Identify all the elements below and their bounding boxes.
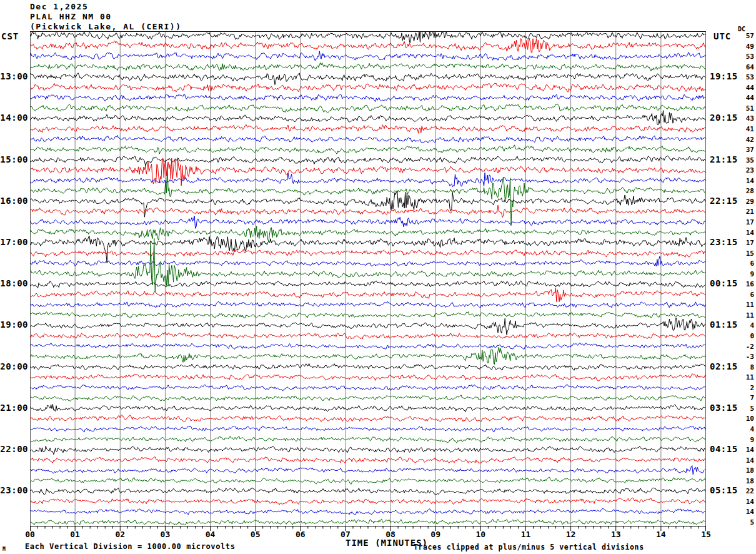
trace-row bbox=[30, 63, 705, 71]
title-date: Dec 1,2025 bbox=[30, 2, 88, 11]
corner-mark: M bbox=[2, 546, 6, 552]
dc-value: 57 bbox=[736, 32, 754, 40]
trace-row bbox=[30, 124, 705, 133]
trace-row bbox=[30, 466, 705, 475]
dc-value: 53 bbox=[736, 73, 754, 81]
dc-value: 17 bbox=[736, 239, 754, 247]
dc-value: 15 bbox=[736, 249, 754, 258]
trace-row bbox=[30, 73, 705, 85]
trace-row bbox=[30, 156, 705, 166]
cst-hour-label: 20:00 bbox=[0, 361, 28, 371]
cst-hour-label: 18:00 bbox=[0, 278, 28, 288]
dc-value: 29 bbox=[736, 198, 754, 206]
vertical-scale-note: Each Vertical Division = 1000.00 microvo… bbox=[25, 542, 235, 551]
trace-row bbox=[30, 363, 705, 370]
dc-value: 5 bbox=[736, 518, 754, 526]
dc-value: 35 bbox=[736, 156, 754, 164]
trace-row bbox=[30, 111, 705, 125]
minute-tick-label: 11 bbox=[516, 530, 535, 539]
cst-hour-label: 14:00 bbox=[0, 113, 28, 123]
trace-row bbox=[30, 31, 705, 43]
dc-value: 4 bbox=[736, 425, 754, 433]
dc-value: 7 bbox=[736, 394, 754, 402]
dc-value: 0 bbox=[736, 332, 754, 340]
trace-row bbox=[30, 164, 705, 226]
dc-value: 14 bbox=[736, 229, 754, 237]
trace-row bbox=[30, 415, 705, 422]
dc-value: 43 bbox=[736, 114, 754, 123]
dc-value: 44 bbox=[736, 84, 754, 92]
dc-value: 22 bbox=[736, 487, 754, 495]
minute-tick-label: 10 bbox=[471, 530, 490, 539]
trace-row bbox=[30, 446, 705, 455]
dc-value: -2 bbox=[736, 343, 754, 351]
trace-row bbox=[30, 332, 705, 339]
trace-row bbox=[30, 508, 705, 515]
helicorder-screen: Dec 1,2025 PLAL HHZ NM 00 (Pickwick Lake… bbox=[0, 0, 756, 554]
minute-tick-label: 13 bbox=[607, 530, 625, 539]
dc-value: 14 bbox=[736, 177, 754, 185]
cst-axis-label: CST bbox=[1, 31, 19, 41]
dc-value: 10 bbox=[736, 415, 754, 423]
title-station: PLAL HHZ NM 00 bbox=[30, 12, 112, 21]
dc-value: 18 bbox=[736, 477, 754, 485]
trace-row bbox=[30, 488, 705, 495]
trace-row bbox=[30, 404, 705, 411]
minute-tick-label: 03 bbox=[156, 530, 174, 539]
trace-row bbox=[30, 145, 705, 154]
dc-value: 9 bbox=[736, 270, 754, 278]
trace-row bbox=[30, 498, 705, 505]
dc-value: 16 bbox=[736, 280, 754, 288]
dc-value: 17 bbox=[736, 218, 754, 226]
minute-tick-label: 04 bbox=[201, 530, 220, 539]
minute-tick-label: 06 bbox=[291, 530, 310, 539]
trace-row bbox=[30, 281, 705, 288]
dc-value: 4 bbox=[736, 321, 754, 330]
dc-value: 21 bbox=[736, 208, 754, 216]
trace-row bbox=[30, 158, 705, 186]
trace-row bbox=[30, 226, 705, 241]
dc-value: 41 bbox=[736, 125, 754, 133]
trace-row bbox=[30, 236, 705, 263]
trace-row bbox=[30, 38, 705, 53]
dc-value: 23 bbox=[736, 166, 754, 174]
minute-tick-label: 14 bbox=[652, 530, 670, 539]
trace-row bbox=[30, 51, 705, 61]
trace-row bbox=[30, 301, 705, 308]
dc-value: 14 bbox=[736, 508, 754, 516]
dc-value: 11 bbox=[736, 301, 754, 309]
dc-value: 18 bbox=[736, 466, 754, 475]
cst-hour-label: 16:00 bbox=[0, 196, 28, 206]
trace-row bbox=[30, 457, 705, 463]
dc-value: 11 bbox=[736, 311, 754, 320]
cst-hour-label: 19:00 bbox=[0, 320, 28, 330]
dc-value: 8 bbox=[736, 363, 754, 371]
trace-row bbox=[30, 477, 705, 485]
minute-tick-label: 09 bbox=[426, 530, 445, 539]
dc-value: 14 bbox=[736, 446, 754, 454]
trace-row bbox=[30, 436, 705, 443]
trace-row bbox=[30, 249, 705, 258]
dc-value: 28 bbox=[736, 187, 754, 195]
dc-value: -3 bbox=[736, 353, 754, 361]
trace-row bbox=[30, 191, 705, 217]
trace-row bbox=[30, 312, 705, 319]
dc-value: 53 bbox=[736, 53, 754, 61]
dc-value: 5 bbox=[736, 405, 754, 413]
trace-row bbox=[30, 216, 705, 228]
minute-tick-label: 15 bbox=[697, 530, 715, 539]
minute-tick-label: 00 bbox=[21, 530, 39, 539]
minute-tick-label: 02 bbox=[111, 530, 129, 539]
dc-value: 2 bbox=[736, 384, 754, 392]
dc-value: 44 bbox=[736, 94, 754, 102]
trace-row bbox=[30, 374, 705, 381]
cst-hour-label: 21:00 bbox=[0, 403, 28, 413]
minute-tick-label: 01 bbox=[66, 530, 84, 539]
cst-hour-label: 13:00 bbox=[0, 71, 28, 81]
dc-value: 37 bbox=[736, 146, 754, 154]
clip-note: Traces clipped at plus/minus 5 vertical … bbox=[414, 543, 644, 551]
trace-row bbox=[30, 83, 705, 92]
trace-row bbox=[30, 136, 705, 143]
trace-row bbox=[30, 385, 705, 391]
dc-value: 51 bbox=[736, 104, 754, 113]
